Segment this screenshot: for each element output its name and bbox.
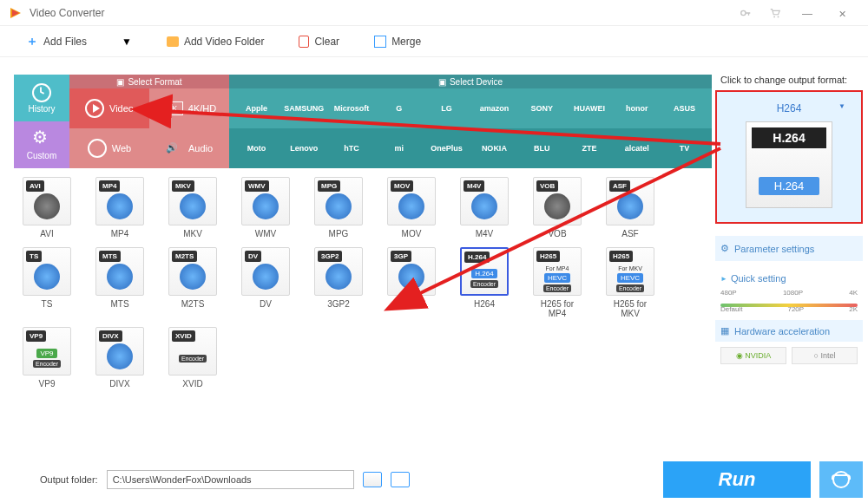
- output-folder-label: Output folder:: [40, 474, 98, 485]
- browse-folder-icon[interactable]: [363, 472, 382, 487]
- brand-amazon[interactable]: amazon: [470, 104, 518, 113]
- format-m2ts[interactable]: M2TSM2TS: [168, 247, 217, 318]
- titlebar: Video Converter: [0, 0, 868, 26]
- alarm-icon: [832, 471, 850, 488]
- format-m4v[interactable]: M4VM4V: [460, 177, 509, 238]
- folder-icon: [167, 36, 179, 47]
- bottom-bar: Output folder: Run: [14, 461, 863, 498]
- output-format-title: Click to change output format:: [715, 75, 863, 85]
- brand-samsung[interactable]: SAMSUNG: [280, 104, 328, 113]
- merge-icon: [374, 36, 386, 48]
- brand-microsoft[interactable]: Microsoft: [328, 104, 376, 113]
- brand-lg[interactable]: LG: [423, 104, 470, 113]
- add-folder-button[interactable]: Add Video Folder: [167, 36, 265, 48]
- hardware-acceleration-button[interactable]: ▦Hardware acceleration: [715, 320, 863, 342]
- brand-asus[interactable]: ASUS: [661, 104, 708, 113]
- brand-honor[interactable]: honor: [613, 104, 661, 113]
- format-vp9[interactable]: VP9VP9EncoderVP9: [23, 327, 71, 389]
- app-logo-icon: [9, 6, 23, 20]
- brand-zte[interactable]: ZTE: [566, 144, 614, 153]
- category-web[interactable]: Web: [69, 128, 149, 168]
- brand-sony[interactable]: SONY: [518, 104, 566, 113]
- brand-huawei[interactable]: HUAWEI: [566, 104, 614, 113]
- brand-mi[interactable]: mi: [375, 144, 423, 153]
- quick-setting-section: Quick setting 480P1080P4K Default720P2K: [715, 268, 863, 317]
- format-mpg[interactable]: MPGMPG: [314, 177, 363, 238]
- brand-tv[interactable]: TV: [661, 144, 708, 153]
- parameter-settings-button[interactable]: ⚙Parameter settings: [715, 236, 863, 261]
- run-button[interactable]: Run: [663, 461, 811, 498]
- format-3gp[interactable]: 3GP3GP: [387, 247, 436, 318]
- format-dv[interactable]: DVDV: [241, 247, 290, 318]
- nvidia-chip[interactable]: ◉ NVIDIA: [720, 347, 786, 364]
- format-avi[interactable]: AVIAVI: [23, 177, 71, 238]
- format-grid: AVIAVIMP4MP4MKVMKVWMVWMVMPGMPGMOVMOVM4VM…: [14, 168, 712, 397]
- merge-button[interactable]: Merge: [374, 36, 421, 48]
- brand-blu[interactable]: BLU: [518, 144, 566, 153]
- brand-oneplus[interactable]: OnePlus: [423, 144, 470, 153]
- format-mp4[interactable]: MP4MP4: [95, 177, 144, 238]
- output-format-dropdown[interactable]: H264: [724, 99, 854, 121]
- brand-nokia[interactable]: NOKIA: [470, 144, 518, 153]
- window-close[interactable]: [825, 6, 859, 20]
- format-vob[interactable]: VOBVOB: [533, 177, 582, 238]
- select-device-header: ▣ Select Device: [229, 75, 712, 88]
- output-folder-input[interactable]: [107, 470, 355, 489]
- intel-chip[interactable]: ○ Intel: [792, 347, 858, 364]
- device-brand-row-2: MotoLenovohTCmiOnePlusNOKIABLUZTEalcatel…: [229, 128, 712, 168]
- brand-moto[interactable]: Moto: [233, 144, 280, 153]
- trash-icon: [299, 36, 309, 48]
- main-area: ▣ Select Format ▣ Select Device Video 4K…: [14, 75, 712, 454]
- sliders-icon: ⚙: [720, 243, 729, 254]
- format-mov[interactable]: MOVMOV: [387, 177, 436, 238]
- window-minimize[interactable]: [790, 6, 825, 20]
- format-h265-for-mkv[interactable]: H265For MKVHEVCEncoderH265 for MKV: [606, 247, 654, 318]
- format-ts[interactable]: TSTS: [23, 247, 71, 318]
- category-4khd[interactable]: 4K4K/HD: [149, 88, 229, 128]
- 4k-icon: 4K: [162, 101, 183, 115]
- svg-point-3: [773, 16, 775, 17]
- brand-lenovo[interactable]: Lenovo: [280, 144, 328, 153]
- brand-apple[interactable]: Apple: [233, 104, 280, 113]
- format-h264[interactable]: H.264H.264EncoderH264: [460, 247, 509, 318]
- main-toolbar: ＋Add Files ▼ Add Video Folder Clear Merg…: [0, 26, 868, 57]
- key-icon[interactable]: [740, 7, 752, 19]
- brand-alcatel[interactable]: alcatel: [613, 144, 661, 153]
- format-mkv[interactable]: MKVMKV: [168, 177, 217, 238]
- device-brand-row-1: AppleSAMSUNGMicrosoftGLGamazonSONYHUAWEI…: [229, 88, 712, 128]
- format-h265-for-mp4[interactable]: H265For MP4HEVCEncoderH265 for MP4: [533, 247, 582, 318]
- schedule-button[interactable]: [819, 461, 863, 498]
- chip-icon: ▦: [720, 325, 729, 336]
- format-divx[interactable]: DIVXDIVX: [95, 327, 144, 389]
- right-panel: Click to change output format: H264 H.26…: [715, 75, 863, 454]
- svg-point-4: [778, 16, 779, 17]
- format-3gp2[interactable]: 3GP23GP2: [314, 247, 363, 318]
- cart-icon[interactable]: [769, 7, 781, 19]
- select-format-header: ▣ Select Format: [69, 75, 229, 88]
- add-files-button[interactable]: ＋Add Files: [26, 34, 87, 49]
- category-video[interactable]: Video: [69, 88, 149, 128]
- globe-icon: [88, 139, 107, 158]
- format-wmv[interactable]: WMVWMV: [241, 177, 290, 238]
- clear-button[interactable]: Clear: [299, 36, 339, 48]
- quality-slider[interactable]: 480P1080P4K Default720P2K: [720, 289, 858, 311]
- brand-htc[interactable]: hTC: [328, 144, 376, 153]
- play-icon: [85, 99, 104, 118]
- add-files-dropdown-icon[interactable]: ▼: [122, 36, 132, 48]
- svg-point-2: [741, 10, 746, 15]
- speaker-icon: 🔊: [166, 142, 183, 154]
- format-xvid[interactable]: XVIDEncoderXVID: [168, 327, 217, 389]
- open-folder-icon[interactable]: [391, 472, 410, 487]
- quick-setting-label: Quick setting: [720, 273, 858, 284]
- output-format-preview: H.264 H.264: [746, 121, 832, 208]
- format-mts[interactable]: MTSMTS: [95, 247, 144, 318]
- format-asf[interactable]: ASFASF: [606, 177, 654, 238]
- output-format-box[interactable]: H264 H.264 H.264: [715, 90, 863, 224]
- category-audio[interactable]: 🔊Audio: [149, 128, 229, 168]
- brand-g[interactable]: G: [375, 104, 423, 113]
- window-title: Video Converter: [30, 7, 731, 19]
